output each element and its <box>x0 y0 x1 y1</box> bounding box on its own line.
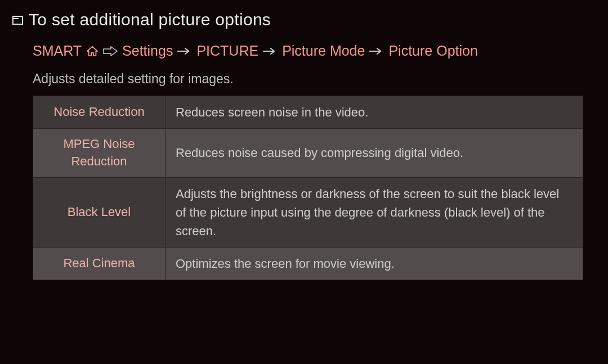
page-title-row: To set additional picture options <box>12 10 596 29</box>
options-table: Noise Reduction Reduces screen noise in … <box>33 96 583 280</box>
arrow-outline-icon <box>103 46 118 56</box>
breadcrumb-picture-option: Picture Option <box>388 43 477 59</box>
option-name: Real Cinema <box>33 247 166 280</box>
table-row: Black Level Adjusts the brightness or da… <box>33 177 583 247</box>
section-description: Adjusts detailed setting for images. <box>33 71 596 87</box>
breadcrumb: SMART Settings PICTURE Picture Mode <box>33 43 596 59</box>
breadcrumb-settings: Settings <box>122 43 173 59</box>
table-row: MPEG Noise Reduction Reduces noise cause… <box>33 129 583 178</box>
home-icon <box>86 46 99 57</box>
option-name: MPEG Noise Reduction <box>33 129 166 178</box>
table-row: Real Cinema Optimizes the screen for mov… <box>33 247 583 280</box>
option-name: Black Level <box>33 177 166 247</box>
section-bullet-icon <box>12 16 23 25</box>
option-description: Reduces noise caused by compressing digi… <box>166 129 583 178</box>
arrow-icon <box>369 47 384 55</box>
option-description: Adjusts the brightness or darkness of th… <box>166 177 583 247</box>
page-title: To set additional picture options <box>29 10 271 29</box>
option-description: Reduces screen noise in the video. <box>166 96 583 129</box>
breadcrumb-smart: SMART <box>33 43 82 59</box>
table-row: Noise Reduction Reduces screen noise in … <box>33 96 583 129</box>
breadcrumb-picture: PICTURE <box>196 43 258 59</box>
arrow-icon <box>263 47 278 55</box>
arrow-icon <box>177 47 192 55</box>
option-description: Optimizes the screen for movie viewing. <box>166 247 583 280</box>
option-name: Noise Reduction <box>33 96 166 129</box>
breadcrumb-picture-mode: Picture Mode <box>282 43 365 59</box>
